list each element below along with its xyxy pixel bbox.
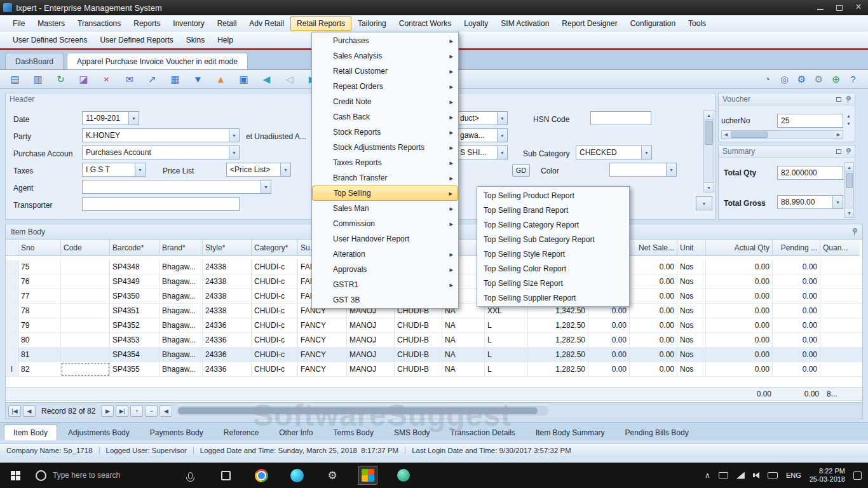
comment-icon[interactable]: ✉ (122, 72, 137, 86)
bottom-tab[interactable]: SMS Body (384, 424, 440, 440)
date-field[interactable]: 11-09-201 (82, 111, 139, 125)
menu-item[interactable]: User Defined Screens (6, 32, 93, 48)
menu-item[interactable]: Top Selling (312, 186, 458, 201)
save-icon[interactable]: ▤ (8, 72, 22, 86)
menu-item[interactable]: Sales Analysis (312, 48, 458, 64)
cell-code[interactable] (61, 362, 110, 376)
scroll-down-icon[interactable]: ▼ (704, 182, 714, 192)
bottom-tab[interactable]: Item Body (4, 424, 57, 440)
chevron-down-icon[interactable] (229, 146, 239, 159)
menu-item[interactable]: Report Designer (555, 16, 623, 31)
bottom-tab[interactable]: Reference (214, 424, 268, 440)
table-row[interactable]: I 82 SP4355 Bhagaw... 24336 CHUDI-c FANC… (6, 362, 862, 377)
minimize-button[interactable] (811, 0, 830, 15)
col-header-actual-qty[interactable]: Actual Qty (706, 240, 773, 256)
cell-code[interactable] (61, 318, 110, 332)
menu-item[interactable]: Top Selling Category Report (477, 217, 629, 232)
display-icon[interactable] (719, 472, 728, 478)
scroll-up-icon[interactable]: ▲ (704, 111, 714, 120)
pin-icon[interactable] (845, 148, 851, 155)
preview-icon[interactable]: ◎ (777, 72, 792, 86)
cell-code[interactable] (61, 304, 110, 318)
restore-icon[interactable] (836, 97, 841, 102)
chevron-down-icon[interactable] (128, 112, 139, 125)
menu-item[interactable]: Approvals (312, 262, 458, 277)
nav-button[interactable]: + (130, 405, 143, 417)
nav-button[interactable]: − (145, 405, 158, 417)
language-indicator[interactable]: ENG (786, 471, 801, 479)
party-field[interactable]: K.HONEY (82, 128, 240, 142)
settings-button[interactable]: ⚙ (323, 466, 342, 485)
cell-code[interactable] (61, 274, 110, 288)
menu-item[interactable]: Contract Works (393, 16, 458, 31)
chevron-down-icon[interactable] (229, 129, 239, 142)
menu-item[interactable]: Stock Adjustments Reports (312, 140, 458, 155)
menu-item[interactable]: Commission (312, 216, 458, 231)
menu-item[interactable]: Adv Retail (243, 16, 290, 31)
spin-down-icon[interactable]: ▼ (846, 121, 851, 126)
price-list-field[interactable]: <Price List> (226, 163, 291, 177)
close-button[interactable] (849, 0, 868, 15)
clipped-combo[interactable] (696, 196, 712, 210)
menu-item[interactable]: Taxes Reports (312, 155, 458, 170)
nav-button[interactable]: ◀ (23, 405, 36, 417)
print-icon[interactable]: ▥ (31, 72, 45, 86)
menu-item[interactable]: Purchases (312, 33, 458, 48)
summary-scrollbar[interactable]: ▲ ▼ (844, 162, 854, 218)
table-row[interactable]: 79 SP4352 Bhagaw... 24336 CHUDI-c FANCY … (6, 318, 862, 333)
window-icon[interactable]: ▣ (236, 72, 251, 86)
chevron-down-icon[interactable] (497, 146, 507, 159)
menu-item[interactable]: Loyalty (458, 16, 494, 31)
edge-button[interactable] (287, 466, 306, 485)
help-icon[interactable]: ? (846, 72, 860, 86)
chevron-down-icon[interactable] (832, 196, 843, 208)
restore-icon[interactable] (836, 149, 841, 154)
import-icon[interactable]: ▼ (191, 72, 205, 86)
transporter-field[interactable] (82, 197, 240, 211)
menu-item[interactable]: User Handover Report (312, 231, 458, 247)
spin-up-icon[interactable]: ▲ (846, 114, 851, 118)
notification-center-icon[interactable] (853, 471, 862, 480)
ixpert-app-button[interactable] (358, 466, 377, 485)
volume-icon[interactable] (753, 472, 759, 478)
bottom-tab[interactable]: Other Info (269, 424, 322, 440)
menu-item[interactable]: Alteration (312, 247, 458, 262)
scroll-down-icon[interactable]: ▼ (845, 208, 853, 217)
col-header-sno[interactable]: Sno (18, 240, 61, 256)
sub-category-field[interactable]: CHECKED (576, 146, 652, 159)
gd-button[interactable]: GD (512, 164, 530, 177)
col-header-pending[interactable]: Pending ... (773, 240, 820, 256)
bottom-tab[interactable]: Adjustments Body (58, 424, 139, 440)
task-view-button[interactable] (216, 466, 235, 485)
nav-button[interactable]: ▶| (116, 405, 128, 417)
chevron-down-icon[interactable] (696, 197, 712, 210)
col-header-quantity[interactable]: Quan... (820, 240, 860, 256)
bottom-tab[interactable]: Payments Body (140, 424, 213, 440)
bottom-tab[interactable]: Transaction Details (441, 424, 525, 440)
nav-button[interactable]: ◀ (159, 405, 172, 417)
menu-item[interactable]: Top Selling Style Report (477, 247, 629, 261)
menu-item[interactable]: User Defined Reports (93, 32, 179, 48)
chevron-down-icon[interactable] (135, 163, 145, 176)
document-tab[interactable]: DashBoard (5, 53, 64, 69)
start-button[interactable] (0, 463, 31, 488)
chevron-down-icon[interactable] (261, 180, 271, 193)
cell-code[interactable] (61, 348, 110, 362)
nav-back-icon[interactable]: ◀ (259, 72, 274, 86)
maximize-button[interactable] (830, 0, 849, 15)
refresh-icon[interactable]: ↻ (53, 72, 68, 86)
menu-item[interactable]: Top Selling Sub Category Report (477, 232, 629, 247)
col-header-net-sale[interactable]: Net Sale... (630, 240, 677, 256)
delete-icon[interactable]: × (99, 72, 114, 86)
document-tab[interactable]: Apparel Purchase Invoice Voucher in edit… (67, 53, 248, 69)
scrollbar-thumb[interactable] (846, 173, 853, 188)
voucher-no-field[interactable]: 25 (777, 114, 843, 128)
clock-icon[interactable]: ◔ (760, 72, 775, 86)
menu-item[interactable]: Retail Customer (312, 64, 458, 79)
col-header-code[interactable]: Code (61, 240, 110, 256)
hidden-icons-chevron[interactable] (705, 471, 710, 480)
table-icon[interactable]: ▦ (168, 72, 182, 86)
nav-prev-icon[interactable]: ◁ (282, 72, 297, 86)
services-icon[interactable]: ⚙ (811, 72, 826, 86)
purchase-account-field[interactable]: Purchases Account (82, 146, 240, 159)
